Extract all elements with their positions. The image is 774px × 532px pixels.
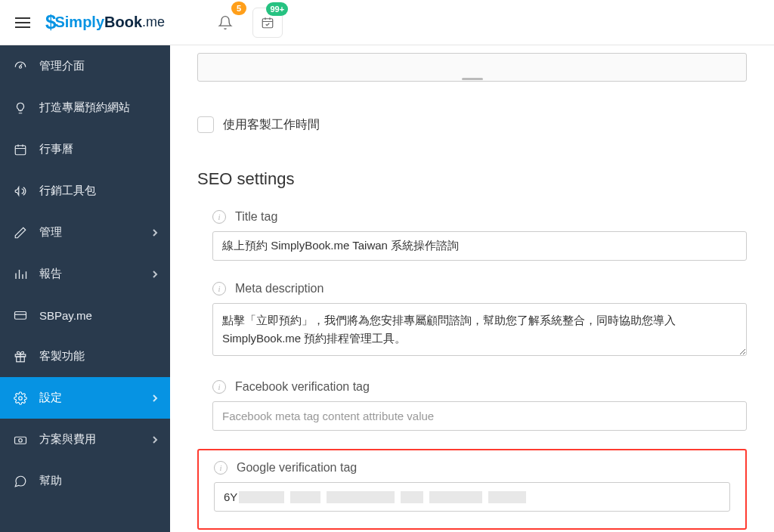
content-area: 使用客製工作時間 SEO settings i Title tag i Meta… bbox=[170, 45, 774, 532]
sidebar-item-label: SBPay.me bbox=[39, 309, 92, 322]
notifications-button[interactable]: 5 bbox=[210, 8, 240, 38]
facebook-tag-input[interactable] bbox=[212, 401, 747, 431]
calendar-check-icon bbox=[261, 16, 274, 29]
svg-rect-7 bbox=[15, 437, 26, 444]
section-title-seo: SEO settings bbox=[197, 169, 747, 189]
card-icon bbox=[14, 308, 27, 322]
info-icon[interactable]: i bbox=[212, 380, 226, 394]
svg-point-8 bbox=[19, 438, 23, 442]
field-meta-description: i Meta description 點擊「立即預約」，我們將為您安排專屬顧問諮… bbox=[197, 282, 747, 359]
menu-toggle[interactable] bbox=[11, 17, 35, 28]
bell-icon bbox=[218, 15, 233, 30]
sidebar-item-gear[interactable]: 設定 bbox=[0, 377, 170, 419]
barchart-icon bbox=[14, 268, 27, 281]
sidebar-item-bulb[interactable]: 打造專屬預約網站 bbox=[0, 87, 170, 128]
sidebar-item-calendar[interactable]: 行事曆 bbox=[0, 128, 170, 170]
svg-point-6 bbox=[19, 396, 23, 400]
google-tag-highlight: i Google verification tag 6Y bbox=[197, 449, 747, 530]
topbar: $ SimplyBook.me 5 99+ bbox=[0, 0, 774, 45]
collapsed-panel[interactable] bbox=[197, 53, 747, 82]
gift-icon bbox=[14, 350, 27, 363]
money-icon bbox=[14, 433, 27, 447]
title-tag-label: Title tag bbox=[235, 210, 277, 224]
sidebar-item-megaphone[interactable]: 行銷工具包 bbox=[0, 170, 170, 212]
svg-rect-2 bbox=[15, 145, 26, 154]
megaphone-icon bbox=[14, 184, 27, 198]
sidebar-item-dashboard[interactable]: 管理介面 bbox=[0, 45, 170, 87]
sidebar-item-barchart[interactable]: 報告 bbox=[0, 253, 170, 295]
sidebar-item-gift[interactable]: 客製功能 bbox=[0, 336, 170, 377]
field-facebook-tag: i Facebook verification tag bbox=[197, 380, 747, 431]
sidebar-item-pencil[interactable]: 管理 bbox=[0, 212, 170, 253]
chevron-right-icon bbox=[152, 435, 158, 444]
sidebar-item-label: 管理介面 bbox=[39, 59, 85, 73]
sidebar-item-card[interactable]: SBPay.me bbox=[0, 295, 170, 336]
tasks-badge: 99+ bbox=[266, 2, 288, 16]
sidebar-item-label: 管理 bbox=[39, 225, 62, 240]
facebook-tag-label: Facebook verification tag bbox=[235, 380, 370, 394]
custom-hours-label: 使用客製工作時間 bbox=[223, 117, 320, 133]
sidebar-item-chat[interactable]: 幫助 bbox=[0, 460, 170, 502]
chat-icon bbox=[14, 475, 27, 488]
sidebar-item-label: 打造專屬預約網站 bbox=[39, 101, 130, 115]
chevron-right-icon bbox=[152, 394, 158, 403]
calendar-icon bbox=[14, 143, 27, 156]
info-icon[interactable]: i bbox=[212, 210, 226, 224]
sidebar-item-label: 行事曆 bbox=[39, 142, 73, 156]
notifications-badge: 5 bbox=[231, 2, 246, 15]
sidebar-item-label: 報告 bbox=[39, 267, 62, 281]
sidebar-item-label: 幫助 bbox=[39, 474, 62, 488]
sidebar-item-label: 行銷工具包 bbox=[39, 184, 96, 198]
chevron-right-icon bbox=[152, 270, 158, 279]
svg-point-1 bbox=[20, 66, 22, 68]
title-tag-input[interactable] bbox=[212, 231, 747, 261]
sidebar-item-label: 方案與費用 bbox=[39, 432, 96, 447]
svg-rect-0 bbox=[262, 18, 273, 27]
meta-description-input[interactable]: 點擊「立即預約」，我們將為您安排專屬顧問諮詢，幫助您了解系統整合，同時協助您導入… bbox=[212, 303, 747, 356]
info-icon[interactable]: i bbox=[214, 461, 228, 475]
svg-rect-3 bbox=[15, 312, 26, 320]
bulb-icon bbox=[14, 101, 27, 115]
pencil-icon bbox=[14, 226, 27, 240]
custom-hours-checkbox[interactable] bbox=[197, 116, 214, 133]
logo[interactable]: $ SimplyBook.me bbox=[45, 14, 165, 32]
sidebar-item-label: 設定 bbox=[39, 391, 62, 405]
sidebar: 管理介面打造專屬預約網站行事曆行銷工具包管理報告SBPay.me客製功能設定方案… bbox=[0, 45, 170, 532]
resize-handle-icon[interactable] bbox=[450, 76, 495, 81]
sidebar-item-label: 客製功能 bbox=[39, 349, 85, 363]
google-tag-input[interactable]: 6Y bbox=[214, 482, 730, 512]
tasks-button[interactable]: 99+ bbox=[252, 8, 283, 38]
google-tag-label: Google verification tag bbox=[237, 461, 357, 475]
chevron-right-icon bbox=[152, 228, 158, 237]
field-title-tag: i Title tag bbox=[197, 210, 747, 261]
sidebar-item-money[interactable]: 方案與費用 bbox=[0, 419, 170, 460]
dashboard-icon bbox=[14, 60, 27, 73]
info-icon[interactable]: i bbox=[212, 282, 226, 295]
gear-icon bbox=[14, 391, 27, 405]
meta-description-label: Meta description bbox=[235, 282, 324, 295]
